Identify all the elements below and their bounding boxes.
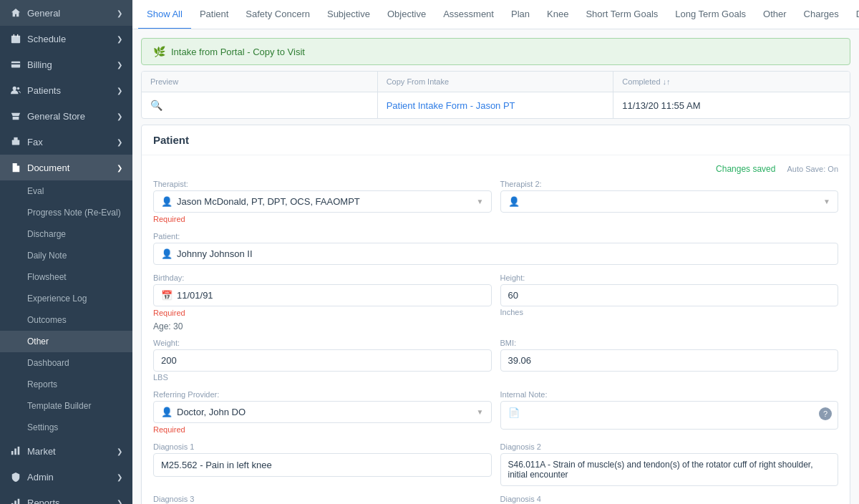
svg-point-6 (17, 87, 20, 90)
svg-rect-14 (14, 500, 16, 504)
internal-note-area[interactable]: ? 📄 (500, 401, 839, 430)
sidebar-item-reports[interactable]: Reports ❯ (0, 490, 132, 504)
sidebar-sub-reports[interactable]: Reports (0, 374, 132, 395)
svg-rect-11 (14, 449, 16, 455)
height-unit: Inches (500, 308, 839, 316)
intake-copy-cell[interactable]: Patient Intake Form - Jason PT (378, 92, 614, 118)
sidebar-sub-experience-log[interactable]: Experience Log (0, 288, 132, 309)
sidebar-sub-settings[interactable]: Settings (0, 417, 132, 438)
sidebar-sub-outcomes[interactable]: Outcomes (0, 309, 132, 331)
therapist2-field: Therapist 2: 👤 ▼ (500, 180, 839, 223)
birthday-height-row: Birthday: 📅 Required Height: Inches (153, 273, 838, 317)
sidebar-item-market[interactable]: Market ❯ (0, 438, 132, 464)
referring-provider-select[interactable]: 👤 Doctor, John DO ▼ (153, 401, 492, 423)
sidebar-sub-daily-note[interactable]: Daily Note (0, 245, 132, 266)
svg-rect-10 (11, 451, 14, 455)
svg-rect-4 (11, 63, 20, 64)
content-area: 🌿 Intake from Portal - Copy to Visit Pre… (132, 29, 859, 504)
file-icon (10, 162, 21, 173)
weight-unit: LBS (153, 373, 492, 382)
tab-charges[interactable]: Charges (795, 0, 848, 29)
tab-patient[interactable]: Patient (191, 0, 237, 29)
patient-row: Patient: 👤 (153, 232, 838, 265)
chevron-right-icon: ❯ (117, 499, 122, 505)
help-icon[interactable]: ? (819, 407, 832, 420)
bmi-label: BMI: (500, 339, 839, 347)
tab-long-term-goals[interactable]: Long Term Goals (666, 0, 754, 29)
birthday-input[interactable] (177, 290, 484, 301)
sidebar-sub-other[interactable]: Other (0, 331, 132, 352)
sidebar-item-general-store[interactable]: General Store ❯ (0, 103, 132, 129)
sidebar-item-label: General Store (27, 111, 85, 122)
intake-table-header: Preview Copy From Intake Completed ↓↑ (142, 72, 850, 92)
therapist2-icon: 👤 (508, 196, 520, 207)
sidebar-item-label: Billing (27, 59, 52, 70)
provider-note-row: Referring Provider: 👤 Doctor, John DO ▼ … (153, 390, 838, 434)
intake-banner: 🌿 Intake from Portal - Copy to Visit (141, 38, 850, 65)
sidebar-sub-dashboard[interactable]: Dashboard (0, 352, 132, 374)
chevron-down-icon: ▼ (477, 198, 484, 205)
therapist-label: Therapist: (153, 180, 492, 188)
tab-safety-concern[interactable]: Safety Concern (237, 0, 319, 29)
leaf-icon: 🌿 (153, 46, 165, 57)
tab-plan[interactable]: Plan (503, 0, 538, 29)
height-input-wrap[interactable] (500, 284, 839, 306)
diagnosis-2-field: Diagnosis 2 S46.011A - Strain of muscle(… (500, 442, 839, 486)
sidebar-sub-flowsheet[interactable]: Flowsheet (0, 266, 132, 288)
svg-point-9 (18, 142, 19, 143)
tab-other[interactable]: Other (754, 0, 795, 29)
sidebar-item-label: Schedule (27, 34, 66, 44)
sidebar-sub-discharge[interactable]: Discharge (0, 223, 132, 245)
bmi-input (508, 355, 831, 366)
sidebar-sub-progress-note[interactable]: Progress Note (Re-Eval) (0, 202, 132, 223)
diagnosis-1-field: Diagnosis 1 M25.562 - Pain in left knee (153, 442, 492, 486)
referring-provider-label: Referring Provider: (153, 390, 492, 399)
tab-objective[interactable]: Objective (379, 0, 435, 29)
sidebar-item-billing[interactable]: Billing ❯ (0, 52, 132, 77)
sidebar-sub-template-builder[interactable]: Template Builder (0, 395, 132, 417)
diagnosis-row-34: Diagnosis 3 M62.830 - Muscle spasm of ba… (153, 495, 838, 504)
diagnosis-1-value[interactable]: M25.562 - Pain in left knee (153, 453, 492, 477)
therapist-select[interactable]: 👤 Jason McDonald, PT, DPT, OCS, FAAOMPT … (153, 190, 492, 213)
search-icon: 🔍 (150, 100, 162, 111)
weight-input[interactable] (161, 355, 484, 366)
weight-input-wrap[interactable] (153, 349, 492, 372)
diagnosis-row-12: Diagnosis 1 M25.562 - Pain in left knee … (153, 442, 838, 486)
sidebar-item-patients[interactable]: Patients ❯ (0, 77, 132, 103)
changes-saved-text: Changes saved (716, 164, 775, 174)
chart-bar-icon (10, 445, 21, 457)
birthday-label: Birthday: (153, 273, 492, 282)
sidebar-item-admin[interactable]: Admin ❯ (0, 464, 132, 490)
sidebar-item-label: Document (27, 163, 69, 173)
therapist-icon: 👤 (161, 196, 173, 207)
birthday-input-wrap[interactable]: 📅 (153, 284, 492, 306)
therapist-required: Required (153, 215, 492, 223)
fax-icon (10, 136, 21, 147)
tab-subjective[interactable]: Subjective (319, 0, 379, 29)
tab-short-term-goals[interactable]: Short Term Goals (577, 0, 666, 29)
referring-provider-field: Referring Provider: 👤 Doctor, John DO ▼ … (153, 390, 492, 434)
tab-show-all[interactable]: Show All (138, 0, 191, 29)
sidebar-item-label: Fax (27, 137, 43, 147)
patient-input-wrap[interactable]: 👤 (153, 243, 838, 265)
sidebar-item-fax[interactable]: Fax ❯ (0, 129, 132, 155)
patient-input[interactable] (177, 248, 830, 259)
sidebar-sub-eval[interactable]: Eval (0, 180, 132, 202)
users-icon (10, 84, 21, 96)
diagnosis-2-value[interactable]: S46.011A - Strain of muscle(s) and tendo… (500, 453, 839, 486)
sidebar-item-label: General (27, 8, 60, 19)
tab-documents[interactable]: Documents (848, 0, 859, 29)
sidebar-item-general[interactable]: General ❯ (0, 0, 132, 26)
weight-label: Weight: (153, 339, 492, 347)
diagnosis-3-label: Diagnosis 3 (153, 495, 492, 503)
therapist2-select[interactable]: 👤 ▼ (500, 190, 839, 213)
bmi-input-wrap (500, 349, 839, 372)
tab-assessment[interactable]: Assessment (435, 0, 503, 29)
internal-note-field: Internal Note: ? 📄 (500, 390, 839, 434)
sidebar-item-schedule[interactable]: Schedule ❯ (0, 26, 132, 52)
height-input[interactable] (508, 290, 831, 301)
tab-knee[interactable]: Knee (538, 0, 577, 29)
sidebar-item-document[interactable]: Document ❯ (0, 155, 132, 180)
intake-col-completed: Completed ↓↑ (613, 72, 850, 92)
internal-note-label: Internal Note: (500, 390, 839, 399)
